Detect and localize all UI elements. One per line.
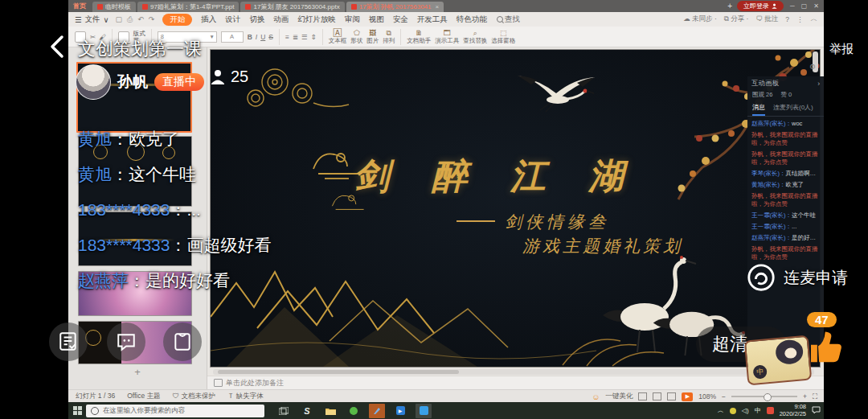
arrange-button[interactable]: 排列 (383, 37, 395, 44)
align-center-icon[interactable]: ≣ (293, 33, 298, 41)
document-tab[interactable]: 临时模板 (92, 2, 136, 12)
start-button[interactable] (68, 406, 86, 415)
zoom-in-icon[interactable]: + (803, 392, 807, 401)
undo-icon[interactable]: ↶ (137, 15, 144, 24)
find-menu[interactable]: 查找 (497, 14, 520, 25)
zoom-out-icon[interactable]: − (722, 392, 726, 401)
tray-icon-red[interactable] (767, 407, 774, 414)
homework-button[interactable] (49, 322, 88, 361)
tray-icon-yellow[interactable] (730, 408, 736, 414)
missing-font-status[interactable]: Ｔ 缺失字体 (227, 392, 264, 401)
strike-button[interactable]: S (268, 33, 273, 41)
align-left-icon[interactable]: ≡ (285, 33, 289, 41)
back-button[interactable] (47, 34, 68, 63)
volume-icon[interactable]: ◁) (742, 407, 749, 414)
menu-item[interactable]: 动画 (273, 14, 289, 25)
share-button[interactable]: ⧉ 分享 · (724, 14, 749, 24)
help-icon[interactable]: ? (785, 15, 789, 23)
live-chat-list[interactable]: 黄旭：欧克了黄旭：这个牛哇183****4333：...183****4333：… (78, 129, 367, 306)
underline-button[interactable]: U (260, 33, 265, 41)
viewer-count[interactable]: 25 (211, 68, 248, 86)
zoom-slider[interactable] (731, 396, 797, 397)
protection-status[interactable]: 🛡 文档未保护 (173, 392, 215, 401)
notification-center-icon[interactable] (812, 406, 821, 416)
cloud-sync-status[interactable]: ☁ 未同步 · (683, 14, 717, 24)
app-icon-green[interactable] (346, 404, 362, 418)
add-slide-button[interactable]: + (68, 366, 207, 378)
collapse-ribbon-icon[interactable]: ︿ (811, 14, 818, 24)
menu-item[interactable]: 特色功能 (457, 14, 487, 25)
font-size-select[interactable]: A (221, 31, 244, 43)
report-button[interactable]: 举报 (829, 42, 854, 57)
fit-slide-icon[interactable]: ⛶ (813, 392, 817, 401)
menu-item[interactable]: 开始 (162, 14, 192, 26)
more-icon[interactable]: ⋮ (796, 15, 804, 23)
menu-item[interactable]: 安全 (393, 14, 408, 25)
gear-icon[interactable]: ⚙ (809, 63, 816, 71)
line-spacing-icon[interactable]: ⇕ (311, 33, 317, 41)
picture-button[interactable]: 图片 (366, 37, 379, 44)
streamer-avatar[interactable] (76, 64, 111, 100)
menu-item[interactable]: 切换 (249, 14, 264, 25)
panel-collapse-icon[interactable]: › (817, 80, 820, 88)
bullets-icon[interactable]: ☰ (301, 33, 308, 41)
document-tab[interactable]: 97婚礼策划：第1-4章PPT.ppt (137, 2, 239, 12)
menu-item[interactable]: 插入 (201, 14, 216, 25)
horizontal-scrollbar[interactable] (213, 369, 814, 375)
chat-toggle-button[interactable] (107, 322, 145, 361)
notes-area[interactable]: 单击此处添加备注 (207, 376, 824, 389)
normal-view-icon[interactable] (638, 392, 647, 401)
mic-request-button[interactable]: 连麦申请 (746, 262, 848, 293)
present-tools-button[interactable]: 演示工具 (435, 37, 459, 44)
wps-home-tab[interactable]: 首页 (73, 2, 86, 10)
save-icon[interactable]: ▢ (116, 15, 123, 24)
taskbar-clock[interactable]: 9:08 2020/2/25 (780, 404, 806, 417)
document-tab[interactable]: 17策划 孙帆 2017563041× (346, 2, 444, 12)
minimize-button[interactable]: ─ (790, 2, 795, 10)
login-button[interactable]: 立即登录 (737, 1, 784, 11)
bold-button[interactable]: B (248, 33, 252, 41)
file-explorer-icon[interactable] (322, 404, 338, 418)
find-replace-button[interactable]: 查找替换 (463, 37, 487, 44)
video-app-icon[interactable]: ▶ (392, 404, 408, 418)
comment-button[interactable]: 🗨 批注 (755, 14, 778, 24)
menu-item[interactable]: 开发工具 (417, 14, 448, 25)
menu-item[interactable]: 视图 (369, 14, 384, 25)
maximize-button[interactable]: ▢ (801, 2, 808, 10)
document-tab[interactable]: 17策划 朋友 2017563004.pptx (240, 2, 344, 12)
app-icon-s[interactable]: S (299, 404, 315, 418)
menu-item[interactable]: 审阅 (345, 14, 360, 25)
task-view-icon[interactable] (276, 404, 292, 418)
hidden-icons-chevron[interactable]: ︿ (718, 406, 724, 415)
close-tab-icon[interactable]: × (436, 3, 440, 10)
beautify-button[interactable]: 一键美化 (605, 392, 633, 401)
selection-pane-button[interactable]: 选择窗格 (491, 37, 515, 44)
file-menu[interactable]: ☰ 文件 ∨ (75, 14, 109, 25)
textbox-button[interactable]: 文本框 (329, 37, 347, 44)
close-button[interactable]: ✕ (813, 2, 819, 10)
streamer-card[interactable]: 孙帆 直播中 (76, 64, 204, 100)
new-tab-button[interactable]: + (727, 2, 732, 10)
print-icon[interactable]: ⎙ (127, 15, 133, 24)
active-app-icon[interactable] (369, 404, 385, 418)
materials-button[interactable] (163, 322, 202, 361)
layout-label[interactable]: 版式 (133, 30, 145, 37)
chat-app-icon[interactable] (416, 404, 432, 418)
wps-menubar: ☰ 文件 ∨ ▢ ⎙ ↶ ↷ 开始插入设计切换动画幻灯片放映审阅视图安全开发工具… (68, 12, 824, 27)
ime-indicator[interactable]: 中 (755, 406, 761, 415)
menu-item[interactable]: 设计 (225, 14, 240, 25)
search-icon (91, 407, 99, 415)
sorter-view-icon[interactable] (653, 392, 661, 401)
tab-mic-list[interactable]: 连麦列表(0人) (773, 103, 813, 116)
theme-name[interactable]: Office 主题 (127, 392, 160, 401)
reading-view-icon[interactable] (667, 392, 676, 401)
menu-item[interactable]: 幻灯片放映 (297, 14, 336, 25)
doc-assistant-button[interactable]: 文档助手 (407, 37, 431, 44)
slideshow-button[interactable]: ▶ (682, 392, 693, 401)
taskbar-search-input[interactable]: 在这里输入你要搜索的内容 (86, 405, 264, 417)
panel-message-list[interactable]: 赵燕萍(家长)：woc孙帆，我来围观你的直播啦，为你点赞孙帆，我来围观你的直播啦… (747, 120, 824, 261)
redo-icon[interactable]: ↷ (149, 15, 155, 24)
tab-messages[interactable]: 消息 (752, 103, 765, 116)
italic-button[interactable]: I (256, 33, 257, 41)
shape-button[interactable]: 形状 (350, 37, 362, 44)
